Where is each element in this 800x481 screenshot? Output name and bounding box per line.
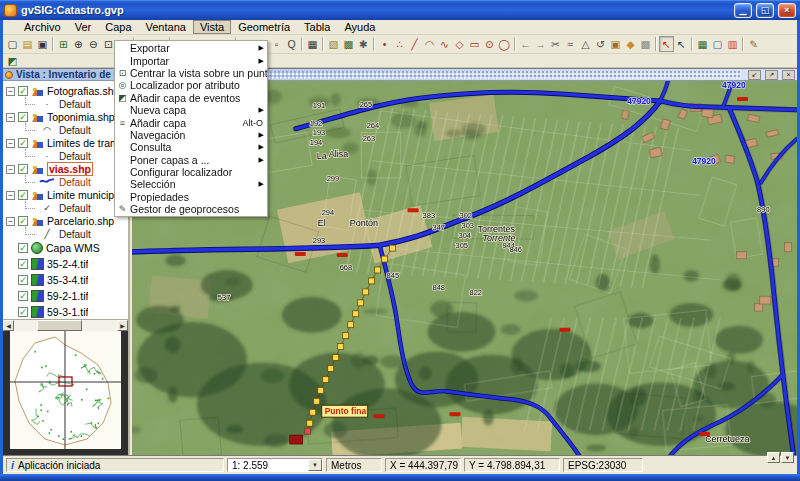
edit-session-icon[interactable]: ✎ xyxy=(746,36,761,52)
layer-name[interactable]: 59-2-1.tif xyxy=(47,290,88,302)
select-region-icon[interactable]: ▫ xyxy=(269,36,284,52)
layer-name[interactable]: vias.shp xyxy=(47,162,93,176)
layer-checkbox[interactable]: ✓ xyxy=(18,291,28,301)
expand-icon[interactable]: − xyxy=(6,113,15,122)
route-node[interactable] xyxy=(358,300,364,306)
expand-icon[interactable]: − xyxy=(6,191,15,200)
menu-item-consulta[interactable]: Consulta▶ xyxy=(115,141,267,153)
scale-combobox[interactable]: 1: 2.559 ▼ xyxy=(227,458,323,472)
expand-icon[interactable]: − xyxy=(6,217,15,226)
expand-icon[interactable]: − xyxy=(6,165,15,174)
route-node[interactable] xyxy=(310,409,316,415)
route-node[interactable] xyxy=(323,376,329,382)
menu-item-localizador-por-atributo[interactable]: ◎Localizador por atributo xyxy=(115,79,267,91)
layer-checkbox[interactable]: ✓ xyxy=(18,164,28,174)
restore-button[interactable]: ◱ xyxy=(756,3,774,18)
route-node[interactable] xyxy=(318,387,324,393)
add-event-layer-icon[interactable]: ◩ xyxy=(5,53,20,69)
route-node[interactable] xyxy=(375,267,381,273)
route-node[interactable] xyxy=(353,311,359,317)
undo-icon[interactable]: ← xyxy=(518,36,533,52)
menu-archivo[interactable]: Archivo xyxy=(17,20,68,34)
route-node[interactable] xyxy=(338,344,344,350)
draw-circle-icon[interactable]: ⊙ xyxy=(482,36,497,52)
menu-item-poner-capas-a[interactable]: Poner capas a ...▶ xyxy=(115,154,267,166)
route-node[interactable] xyxy=(328,365,334,371)
raster-tool-icon[interactable]: ▣ xyxy=(608,36,623,52)
toc-layer-fotografias-shp[interactable]: −✓Fotografias.shp xyxy=(3,84,128,98)
scroll-left-icon[interactable]: ◀ xyxy=(3,320,14,331)
report-doc-icon[interactable]: ▥ xyxy=(725,36,740,52)
layer-checkbox[interactable]: ✓ xyxy=(18,243,28,253)
chevron-down-icon[interactable]: ▼ xyxy=(308,459,322,471)
route-node[interactable] xyxy=(314,398,320,404)
open-project-icon[interactable]: ▤ xyxy=(20,36,35,52)
close-window-button[interactable]: × xyxy=(782,70,795,80)
layer-name[interactable]: 35-3-4.tif xyxy=(47,274,88,286)
draw-arc-icon[interactable]: ◠ xyxy=(422,36,437,52)
menu-item-exportar[interactable]: Exportar▶ xyxy=(115,42,267,54)
toc-layer-limite-municipal-shp[interactable]: −✓Limite municipal.shp xyxy=(3,188,128,202)
toc-layer-35-3-4-tif[interactable]: ✓35-3-4.tif xyxy=(3,272,128,288)
scroll-down-icon[interactable]: ▼ xyxy=(781,452,794,463)
menu-ventana[interactable]: Ventana xyxy=(139,20,193,34)
export-image-icon[interactable]: ▦ xyxy=(305,36,320,52)
toc-layer-59-3-1-tif[interactable]: ✓59-3-1.tif xyxy=(3,304,128,319)
save-project-icon[interactable]: ▣ xyxy=(35,36,50,52)
toc-layer-35-2-4-tif[interactable]: ✓35-2-4.tif xyxy=(3,256,128,272)
layer-name[interactable]: Fotografias.shp xyxy=(47,85,119,97)
arrange-window-button[interactable]: ↙ xyxy=(748,70,761,80)
route-node[interactable] xyxy=(333,355,339,361)
toc-layer-toponimia-shp[interactable]: −✓Toponimia.shp xyxy=(3,110,128,124)
draw-polyline-icon[interactable]: ∿ xyxy=(437,36,452,52)
split-geometry-icon[interactable]: ✂ xyxy=(548,36,563,52)
menu-capa[interactable]: Capa xyxy=(98,20,138,34)
layer-name[interactable]: Capa WMS xyxy=(46,242,100,254)
toolbox-icon[interactable]: ✱ xyxy=(356,36,371,52)
maximize-window-button[interactable]: ↗ xyxy=(765,70,778,80)
route-node[interactable] xyxy=(363,289,369,295)
menu-ver[interactable]: Ver xyxy=(68,20,99,34)
route-node[interactable] xyxy=(307,420,313,426)
menu-item-propiedades[interactable]: Propiedades xyxy=(115,191,267,203)
layer-checkbox[interactable]: ✓ xyxy=(18,259,28,269)
menu-item-nueva-capa[interactable]: Nueva capa▶ xyxy=(115,104,267,116)
draw-line-icon[interactable]: ╱ xyxy=(407,36,422,52)
new-document-icon[interactable]: ▢ xyxy=(5,36,20,52)
draw-polygon-icon[interactable]: ◇ xyxy=(452,36,467,52)
flip-icon[interactable]: △ xyxy=(578,36,593,52)
layer-checkbox[interactable]: ✓ xyxy=(18,112,28,122)
toc-layer-limites-de-tramo-shp[interactable]: −✓Limites de tramo.shp xyxy=(3,136,128,150)
minimize-button[interactable]: ▁ xyxy=(734,3,752,18)
menu-item-importar[interactable]: Importar▶ xyxy=(115,54,267,66)
route-node[interactable] xyxy=(348,322,354,328)
menu-item-configurar-localizador[interactable]: Configurar localizador xyxy=(115,166,267,178)
toc-horizontal-scrollbar[interactable]: ◀ ▶ xyxy=(3,319,128,331)
menu-item-anadir-capa-de-eventos[interactable]: ◩Añadir capa de eventos xyxy=(115,92,267,104)
scrollbar-thumb[interactable] xyxy=(37,320,82,331)
attribute-table-icon[interactable]: ▦ xyxy=(695,36,710,52)
redo-icon[interactable]: → xyxy=(533,36,548,52)
route-end-node[interactable] xyxy=(305,428,311,434)
toc-layer-capa-wms[interactable]: ✓Capa WMS xyxy=(3,240,128,256)
layout-doc-icon[interactable]: ▢ xyxy=(710,36,725,52)
menu-geometria[interactable]: Geometría xyxy=(231,20,297,34)
route-node[interactable] xyxy=(382,256,388,262)
menu-vista[interactable]: Vista xyxy=(193,20,231,34)
draw-multipoint-icon[interactable]: ∴ xyxy=(392,36,407,52)
menu-item-seleccion[interactable]: Selección▶ xyxy=(115,178,267,190)
annotation-icon[interactable]: ▧ xyxy=(326,36,341,52)
close-button[interactable]: × xyxy=(778,3,796,18)
toc-layer-vias-shp[interactable]: −✓vias.shp xyxy=(3,162,128,176)
select-feature-icon[interactable]: ↖ xyxy=(659,36,674,52)
hatch-style-icon[interactable]: ▩ xyxy=(638,36,653,52)
reshape-icon[interactable]: ≈ xyxy=(563,36,578,52)
draw-rectangle-icon[interactable]: ▭ xyxy=(467,36,482,52)
rotate-icon[interactable]: ↺ xyxy=(593,36,608,52)
layer-checkbox[interactable]: ✓ xyxy=(18,216,28,226)
layer-checkbox[interactable]: ✓ xyxy=(18,307,28,317)
pointer-icon[interactable]: ↖ xyxy=(674,36,689,52)
route-node[interactable] xyxy=(390,245,396,251)
layer-checkbox[interactable]: ✓ xyxy=(18,275,28,285)
toc-layer-59-2-1-tif[interactable]: ✓59-2-1.tif xyxy=(3,288,128,304)
